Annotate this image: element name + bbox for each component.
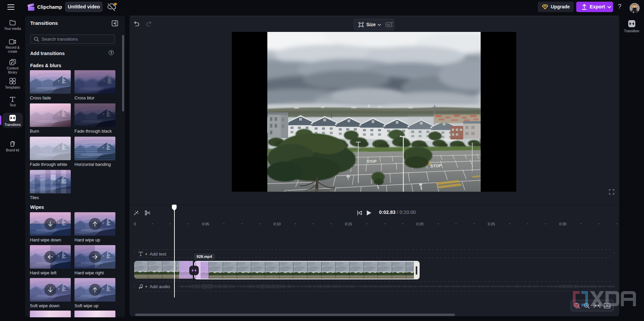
svg-text:STOP: STOP <box>367 159 377 164</box>
svg-text:STOP: STOP <box>430 163 441 169</box>
